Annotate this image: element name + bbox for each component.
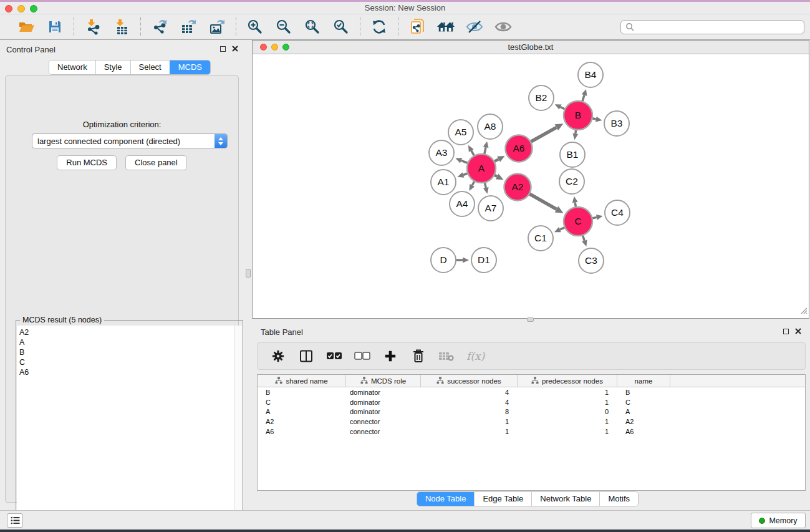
mcds-result-list[interactable]: A2ABCA6 <box>17 326 234 532</box>
close-table-panel-icon[interactable] <box>795 328 801 334</box>
cell-predecessor_nodes: 1 <box>518 428 617 435</box>
run-mcds-button[interactable]: Run MCDS <box>57 155 117 170</box>
table-panel-title: Table Panel <box>261 327 303 337</box>
tab-node-table[interactable]: Node Table <box>417 492 475 506</box>
node-table[interactable]: shared nameMCDS rolesuccessor nodesprede… <box>257 374 806 491</box>
column-header-name[interactable]: name <box>617 375 670 387</box>
arrowhead-icon <box>458 172 465 177</box>
delete-icon[interactable] <box>410 347 427 365</box>
arrowhead-icon <box>582 89 587 96</box>
zoom-selected-icon[interactable] <box>332 17 350 36</box>
network-canvas[interactable]: AA1A2A3A4A5A6A7A8BB1B2B3B4CC1C2C3C4DD1 <box>253 54 809 318</box>
toolbar-search <box>620 20 804 34</box>
result-item[interactable]: A6 <box>19 367 234 377</box>
node-label-A4: A4 <box>456 198 468 209</box>
node-label-B4: B4 <box>585 69 597 80</box>
node-label-A1: A1 <box>438 177 450 187</box>
refresh-layout-icon[interactable] <box>370 17 388 36</box>
tab-mcds[interactable]: MCDS <box>170 60 210 74</box>
close-panel-icon[interactable] <box>232 46 238 52</box>
select-all-icon[interactable] <box>326 347 342 365</box>
result-item[interactable]: A <box>19 337 234 347</box>
cell-name: C <box>617 399 670 406</box>
result-item[interactable]: C <box>19 357 234 367</box>
deselect-all-icon[interactable] <box>354 347 370 365</box>
cell-mcds_role: connector <box>346 428 421 435</box>
cell-predecessor_nodes: 1 <box>518 399 617 406</box>
zoom-fit-icon[interactable] <box>303 17 322 36</box>
node-label-A5: A5 <box>455 127 467 137</box>
close-panel-button[interactable]: Close panel <box>125 155 187 170</box>
tab-style[interactable]: Style <box>95 60 130 74</box>
criterion-dropdown[interactable]: largest connected component (directed) <box>32 133 228 148</box>
cell-shared_name: A <box>258 408 346 415</box>
tab-select[interactable]: Select <box>130 60 170 74</box>
table-header-row: shared nameMCDS rolesuccessor nodesprede… <box>258 375 805 387</box>
task-history-button[interactable] <box>7 513 23 528</box>
task-list-icon <box>11 516 20 525</box>
import-table-icon[interactable] <box>112 17 131 36</box>
open-file-icon[interactable] <box>17 17 36 36</box>
export-network-icon[interactable] <box>150 17 169 36</box>
column-header-shared-name[interactable]: shared name <box>258 375 346 387</box>
tab-motifs[interactable]: Motifs <box>599 492 638 506</box>
arrowhead-icon <box>582 239 587 246</box>
horizontal-split-grip[interactable] <box>527 317 534 322</box>
table-row[interactable]: A6connector11A6 <box>258 427 805 437</box>
column-header-successor-nodes[interactable]: successor nodes <box>421 375 518 387</box>
arrowhead-icon <box>483 141 489 148</box>
table-body: Bdominator41BCdominator41CAdominator80AA… <box>258 387 805 436</box>
tab-network-table[interactable]: Network Table <box>531 492 599 506</box>
node-label-B3: B3 <box>611 118 623 128</box>
cell-mcds_role: connector <box>346 418 421 425</box>
column-view-icon[interactable] <box>298 347 314 365</box>
column-label: shared name <box>286 377 327 385</box>
tab-edge-table[interactable]: Edge Table <box>474 492 531 506</box>
zoom-in-icon[interactable] <box>246 17 264 36</box>
table-row[interactable]: Cdominator41C <box>258 397 805 407</box>
mcds-tab-content: Optimization criterion: largest connecte… <box>5 75 239 503</box>
node-label-B: B <box>575 110 581 120</box>
memory-button[interactable]: Memory <box>751 513 806 528</box>
import-network-icon[interactable] <box>84 17 102 36</box>
node-label-C3: C3 <box>585 255 597 266</box>
cell-mcds_role: dominator <box>346 389 421 396</box>
export-image-icon[interactable] <box>208 17 226 36</box>
delete-table-icon <box>438 347 455 365</box>
home-networks-icon[interactable] <box>436 17 455 36</box>
tab-network[interactable]: Network <box>49 60 95 74</box>
vertical-split-grip[interactable] <box>246 269 251 278</box>
app-title: Session: New Session <box>0 3 810 12</box>
table-row[interactable]: Bdominator41B <box>258 387 805 397</box>
column-header-filler <box>670 375 805 387</box>
window-resize-grip[interactable] <box>799 306 808 317</box>
float-table-panel-icon[interactable] <box>783 329 789 334</box>
network-window-titlebar[interactable]: testGlobe.txt <box>253 41 809 54</box>
cell-shared_name: B <box>258 389 346 396</box>
zoom-out-icon[interactable] <box>274 17 293 36</box>
search-input[interactable] <box>620 20 804 34</box>
table-row[interactable]: A2connector11A2 <box>258 417 805 427</box>
export-table-icon[interactable] <box>179 17 198 36</box>
column-header-MCDS-role[interactable]: MCDS role <box>346 375 421 387</box>
table-row[interactable]: Adominator80A <box>258 407 805 417</box>
eye-icon[interactable] <box>494 17 513 36</box>
result-scrollbar[interactable] <box>234 326 242 532</box>
arrowhead-icon <box>572 196 578 203</box>
node-label-A: A <box>478 163 485 173</box>
add-column-icon[interactable] <box>382 347 398 365</box>
node-label-B2: B2 <box>536 92 547 103</box>
eye-slash-icon[interactable] <box>465 17 484 36</box>
result-item[interactable]: B <box>19 347 234 357</box>
float-panel-icon[interactable] <box>220 46 226 52</box>
cell-successor_nodes: 4 <box>421 389 518 396</box>
network-file-icon[interactable] <box>408 17 427 36</box>
gear-icon[interactable] <box>270 347 286 365</box>
column-header-predecessor-nodes[interactable]: predecessor nodes <box>518 375 617 387</box>
cell-predecessor_nodes: 1 <box>518 418 617 425</box>
node-label-A7: A7 <box>485 203 497 213</box>
result-item[interactable]: A2 <box>19 327 234 337</box>
node-label-C2: C2 <box>566 176 578 186</box>
cell-name: B <box>617 389 670 396</box>
save-session-icon[interactable] <box>46 17 64 36</box>
